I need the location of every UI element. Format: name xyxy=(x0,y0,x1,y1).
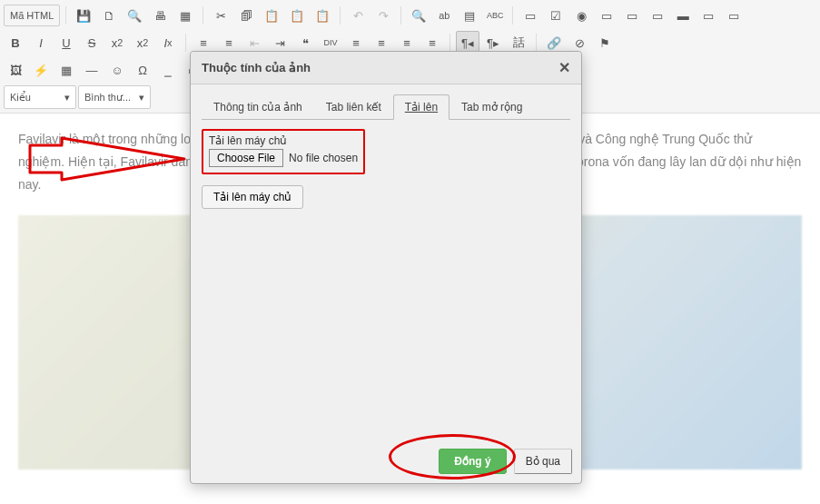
underline-icon[interactable]: U xyxy=(54,31,78,54)
textfield-icon[interactable]: ▭ xyxy=(595,4,618,27)
source-button-label: Mã HTML xyxy=(10,10,54,21)
select-all-icon[interactable]: ▤ xyxy=(458,4,481,27)
redo-icon[interactable]: ↷ xyxy=(371,4,395,27)
dialog-body: Thông tin của ảnh Tab liên kết Tải lên T… xyxy=(191,84,581,443)
tab-advanced[interactable]: Tab mở rộng xyxy=(450,94,534,120)
paste-word-icon[interactable]: 📋 xyxy=(311,4,334,27)
pagebreak-icon[interactable]: ⎯ xyxy=(156,58,180,82)
cut-icon[interactable]: ✂ xyxy=(209,4,232,27)
upload-label: Tải lên máy chủ xyxy=(209,134,358,147)
spellcheck-icon[interactable]: ABC xyxy=(483,4,507,27)
select-icon[interactable]: ▭ xyxy=(646,4,669,27)
source-button[interactable]: Mã HTML xyxy=(4,5,60,26)
subscript-icon[interactable]: x2 xyxy=(105,31,129,54)
close-icon[interactable]: ✕ xyxy=(558,59,570,76)
replace-icon[interactable]: ab xyxy=(432,4,456,27)
button-icon[interactable]: ▬ xyxy=(671,4,695,27)
paste-text-icon[interactable]: 📋 xyxy=(285,4,309,27)
dialog-footer: Đồng ý Bỏ qua xyxy=(191,443,581,483)
upload-server-button[interactable]: Tải lên máy chủ xyxy=(202,185,303,209)
table-icon[interactable]: ▦ xyxy=(54,58,78,82)
format-select[interactable]: Bình thư...▾ xyxy=(78,85,151,109)
dialog-titlebar[interactable]: Thuộc tính của ảnh ✕ xyxy=(191,52,581,84)
tab-link[interactable]: Tab liên kết xyxy=(314,94,393,120)
tab-image-info[interactable]: Thông tin của ảnh xyxy=(202,94,314,120)
upload-section: Tải lên máy chủ Choose File No file chos… xyxy=(202,129,365,174)
tab-upload[interactable]: Tải lên xyxy=(393,94,450,120)
format-select-label: Bình thư... xyxy=(84,92,131,104)
save-icon[interactable]: 💾 xyxy=(72,4,95,27)
style-select-label: Kiểu xyxy=(10,92,31,104)
smiley-icon[interactable]: ☺ xyxy=(105,58,129,82)
paste-icon[interactable]: 📋 xyxy=(260,4,283,27)
remove-format-icon[interactable]: Ix xyxy=(156,31,180,54)
dialog-title-text: Thuộc tính của ảnh xyxy=(202,61,311,74)
imagebutton-icon[interactable]: ▭ xyxy=(697,4,720,27)
templates-icon[interactable]: ▦ xyxy=(173,4,197,27)
anchor-icon[interactable]: ⚑ xyxy=(593,31,617,54)
superscript-icon[interactable]: x2 xyxy=(131,31,154,54)
radio-icon[interactable]: ◉ xyxy=(569,4,593,27)
cancel-button[interactable]: Bỏ qua xyxy=(514,449,572,474)
image-properties-dialog: Thuộc tính của ảnh ✕ Thông tin của ảnh T… xyxy=(190,51,582,484)
new-page-icon[interactable]: 🗋 xyxy=(97,4,121,27)
ok-button[interactable]: Đồng ý xyxy=(439,449,506,474)
preview-icon[interactable]: 🔍 xyxy=(123,4,146,27)
bold-icon[interactable]: B xyxy=(4,31,27,54)
italic-icon[interactable]: I xyxy=(29,31,53,54)
file-status-text: No file chosen xyxy=(289,152,358,164)
undo-icon[interactable]: ↶ xyxy=(346,4,370,27)
style-select[interactable]: Kiểu▾ xyxy=(4,85,76,109)
checkbox-icon[interactable]: ☑ xyxy=(544,4,568,27)
flash-icon[interactable]: ⚡ xyxy=(29,58,53,82)
chevron-down-icon: ▾ xyxy=(139,92,144,104)
specialchar-icon[interactable]: Ω xyxy=(131,58,154,82)
print-icon[interactable]: 🖶 xyxy=(148,4,172,27)
textarea-icon[interactable]: ▭ xyxy=(620,4,644,27)
find-icon[interactable]: 🔍 xyxy=(407,4,430,27)
image-icon[interactable]: 🖼 xyxy=(4,58,27,82)
hidden-icon[interactable]: ▭ xyxy=(722,4,746,27)
form-icon[interactable]: ▭ xyxy=(519,4,542,27)
toolbar-row-1: Mã HTML 💾 🗋 🔍 🖶 ▦ ✂ 🗐 📋 📋 📋 ↶ ↷ 🔍 ab ▤ A… xyxy=(4,2,816,29)
strike-icon[interactable]: S xyxy=(80,31,104,54)
copy-icon[interactable]: 🗐 xyxy=(234,4,258,27)
chevron-down-icon: ▾ xyxy=(64,92,70,104)
hr-icon[interactable]: ― xyxy=(80,58,104,82)
file-input-row: Choose File No file chosen xyxy=(209,149,358,167)
choose-file-button[interactable]: Choose File xyxy=(209,149,283,167)
dialog-tabs: Thông tin của ảnh Tab liên kết Tải lên T… xyxy=(202,94,570,120)
